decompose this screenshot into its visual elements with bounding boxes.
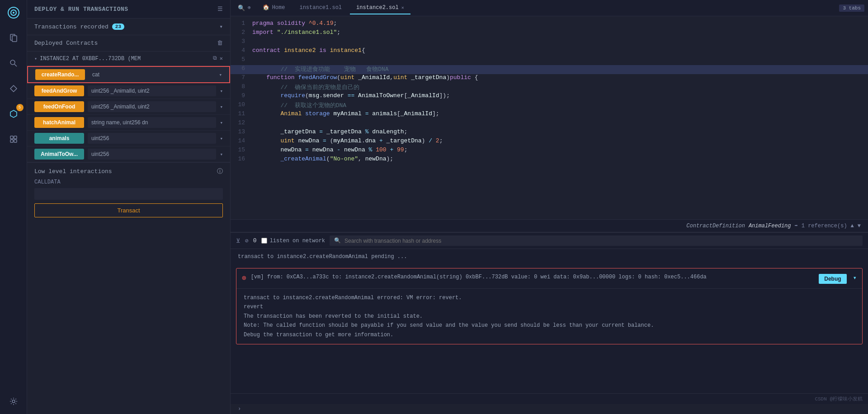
function-row-1: feedAndGrow▾ [27, 83, 230, 99]
info-icon[interactable]: ⓘ [217, 167, 223, 175]
settings-icon[interactable] [5, 393, 22, 409]
tx-search-bar: 🔍 [330, 235, 863, 246]
line-content: _createAnimal("No-one", newDna); [252, 155, 864, 165]
func-button-hatchanimal[interactable]: hatchAnimal [34, 117, 84, 128]
func-chevron-1[interactable]: ▾ [220, 88, 223, 94]
instance-icons: ⧉ ✕ [213, 55, 223, 62]
svg-rect-9 [10, 140, 13, 142]
tab-close-icon[interactable]: ✕ [401, 5, 404, 10]
func-input-5[interactable] [88, 149, 216, 160]
func-chevron-5[interactable]: ▾ [220, 151, 223, 157]
listen-label: listen on network [270, 238, 325, 244]
deployed-contracts-row[interactable]: Deployed Contracts 🗑 [27, 35, 230, 52]
func-chevron-0[interactable]: ▾ [219, 72, 222, 78]
caret-up-icon[interactable]: ▲ [851, 223, 854, 229]
deploy-icon[interactable]: 5 [5, 106, 22, 122]
deployed-contracts-label: Deployed Contracts [34, 40, 98, 47]
trash-icon[interactable]: 🗑 [217, 40, 223, 47]
func-input-2[interactable] [88, 101, 216, 112]
func-chevron-2[interactable]: ▾ [220, 104, 223, 110]
deploy-panel: DEPLOY & RUN TRANSACTIONS ☰ Transactions… [27, 0, 231, 414]
svg-rect-10 [14, 140, 17, 142]
bottom-chevron[interactable]: › [231, 404, 868, 414]
svg-point-5 [10, 60, 15, 65]
caret-down-icon[interactable]: ▼ [858, 223, 861, 229]
main-area: 🔍 ⊕ 🏠 Home instance1.sol instance2.sol ✕… [231, 0, 868, 414]
deploy-header: DEPLOY & RUN TRANSACTIONS ☰ [27, 0, 230, 19]
line-number: 5 [234, 56, 252, 65]
compile-icon[interactable] [5, 80, 22, 97]
instance-chevron-icon[interactable]: ▾ [34, 56, 37, 61]
func-chevron-3[interactable]: ▾ [220, 120, 223, 126]
tab-home[interactable]: 🏠 Home [256, 1, 292, 14]
line-content: newDna = newDna - newDna % 100 + 99; [252, 146, 864, 155]
tx-toolbar-count: 0 [253, 237, 257, 244]
code-line-12: 12 [231, 119, 868, 128]
logo-icon[interactable] [5, 5, 22, 21]
line-number: 12 [234, 119, 252, 128]
transactions-label: Transactions recorded 23 [34, 24, 124, 30]
home-tab-icon: 🏠 [263, 4, 269, 11]
func-input-1[interactable] [88, 85, 216, 96]
tx-collapse-icon[interactable]: ⊻ [236, 237, 241, 245]
transactions-recorded-row[interactable]: Transactions recorded 23 ▾ [27, 19, 230, 35]
debug-button[interactable]: Debug [819, 274, 846, 284]
line-content [252, 56, 864, 65]
chevron-down-icon[interactable]: ▾ [219, 23, 223, 30]
calldata-input[interactable] [34, 188, 223, 200]
tab-bar-nav-icons: 🔍 ⊕ [234, 5, 255, 12]
code-line-10: 10 // 获取这个宠物的DNA [231, 101, 868, 110]
code-line-1: 1pragma solidity ^0.4.19; [231, 20, 868, 29]
code-line-9: 9 require(msg.sender == AnimalToOwner[_A… [231, 92, 868, 101]
func-button-createrando---[interactable]: createRando... [35, 69, 85, 80]
func-button-feedonfood[interactable]: feedOnFood [34, 101, 84, 112]
func-input-4[interactable] [88, 133, 216, 144]
line-content: function feedAndGrow(uint _AnimalId,uint… [252, 74, 864, 83]
tab-instance2[interactable]: instance2.sol ✕ [350, 2, 410, 14]
func-button-animals[interactable]: animals [34, 133, 84, 144]
listen-checkbox[interactable] [261, 238, 267, 244]
tab-instance1[interactable]: instance1.sol [293, 2, 348, 14]
code-editor[interactable]: 1pragma solidity ^0.4.19;2import "./inst… [231, 16, 868, 219]
listen-checkbox-group: listen on network [261, 238, 325, 244]
line-content [252, 119, 864, 128]
tx-search-input[interactable] [344, 238, 858, 244]
line-content: require(msg.sender == AnimalToOwner[_Ani… [252, 92, 864, 101]
line-number: 9 [234, 92, 252, 101]
search-sidebar-icon[interactable] [5, 55, 22, 71]
func-input-3[interactable] [88, 117, 216, 128]
error-detail-line: Note: The called function should be paya… [244, 321, 855, 330]
func-button-feedandgrow[interactable]: feedAndGrow [34, 85, 84, 96]
instance-close-icon[interactable]: ✕ [220, 55, 223, 62]
code-line-5: 5 [231, 56, 868, 65]
instance-label: INSTANCE2 AT 0XBBF...732DB (MEM [40, 56, 210, 62]
line-number: 6 [234, 65, 252, 74]
low-level-header: Low level interactions ⓘ [34, 167, 223, 175]
function-row-4: animals▾ [27, 131, 230, 146]
line-content: pragma solidity ^0.4.19; [252, 20, 864, 29]
zoom-out-icon[interactable]: 🔍 [238, 5, 245, 12]
code-line-15: 15 newDna = newDna - newDna % 100 + 99; [231, 146, 868, 155]
func-button-animaltoow---[interactable]: AnimalToOw... [34, 149, 84, 160]
tx-section-icons: ▾ [219, 23, 223, 30]
files-icon[interactable] [5, 30, 22, 46]
func-input-0[interactable] [89, 69, 215, 80]
line-content: Animal storage myAnimal = animals[_Anima… [252, 110, 864, 119]
transact-button[interactable]: Transact [34, 203, 223, 217]
copy-icon[interactable]: ⧉ [213, 55, 217, 62]
tx-stop-icon[interactable]: ⊘ [245, 237, 249, 245]
plugin-icon[interactable] [5, 131, 22, 147]
hamburger-icon[interactable]: ☰ [217, 5, 223, 13]
error-detail-line: The transaction has been reverted to the… [244, 312, 855, 321]
contract-def-bar: ContractDefinition AnimalFeeding ➡ 1 ref… [231, 219, 868, 232]
tx-expand-icon[interactable]: ▾ [853, 274, 857, 282]
svg-rect-8 [14, 136, 17, 139]
tx-error-block: ⊗ [vm] from: 0xCA3...a733c to: instance2… [236, 268, 863, 344]
svg-point-2 [13, 12, 14, 14]
low-level-label: Low level interactions [34, 168, 112, 175]
tab-count-badge: 3 tabs [839, 5, 864, 12]
zoom-in-icon[interactable]: ⊕ [248, 5, 251, 12]
tab-home-label: Home [272, 5, 285, 11]
func-chevron-4[interactable]: ▾ [220, 136, 223, 141]
function-row-2: feedOnFood▾ [27, 99, 230, 115]
